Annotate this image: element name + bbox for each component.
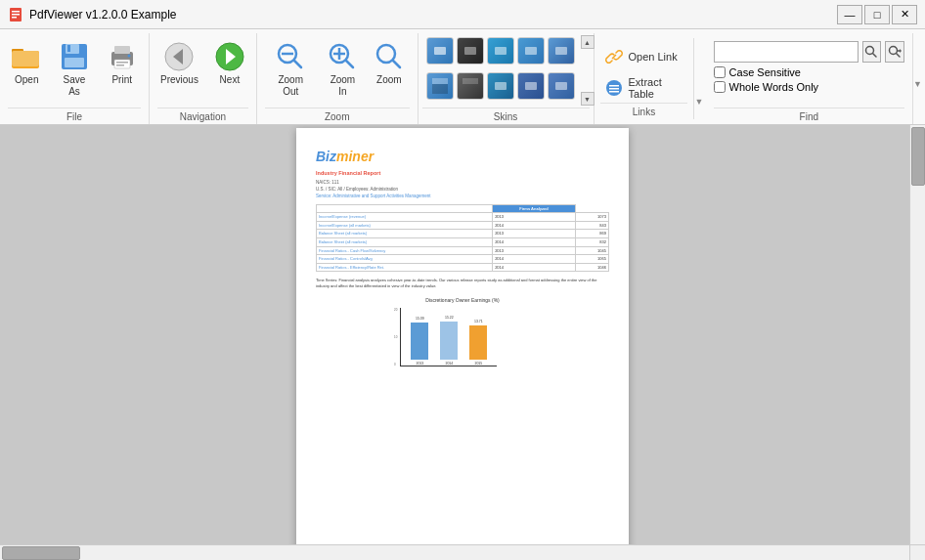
skin-5[interactable] — [548, 37, 575, 65]
whole-words-label: Whole Words Only — [729, 81, 819, 93]
ribbon: Open Save As — [0, 29, 925, 125]
table-cell: 832 — [575, 238, 608, 247]
zoom-button[interactable]: Zoom — [369, 37, 409, 90]
skin-3[interactable] — [487, 37, 514, 65]
bar-value-2013: 15.09 — [416, 317, 424, 322]
find-content: Case Sensitive Whole Words Only — [714, 33, 904, 108]
previous-button[interactable]: Previous — [154, 37, 204, 90]
svg-rect-33 — [495, 47, 507, 55]
search-button[interactable] — [862, 41, 882, 63]
open-button[interactable]: Open — [6, 37, 48, 90]
vertical-scrollbar[interactable] — [909, 125, 925, 544]
search-input[interactable] — [714, 41, 859, 63]
scrollbar-thumb[interactable] — [911, 127, 925, 186]
skin-6[interactable] — [426, 72, 454, 100]
svg-marker-52 — [900, 49, 902, 53]
table-row: Balance Sheet (all markets) 2014 832 — [317, 238, 609, 247]
save-as-button[interactable]: Save As — [51, 37, 97, 102]
save-icon — [59, 41, 90, 72]
svg-rect-46 — [609, 91, 619, 93]
find-collapse-arrow[interactable]: ▼ — [913, 79, 925, 107]
pdf-content: Bizminer Industry Financial Report NAICS… — [316, 148, 609, 367]
svg-rect-45 — [609, 88, 619, 90]
close-button[interactable]: ✕ — [892, 5, 917, 24]
y-label-0: 0 — [394, 363, 397, 366]
skin-8[interactable] — [487, 72, 514, 100]
table-cell: 2013 — [493, 230, 576, 238]
whole-words-checkbox[interactable] — [714, 81, 726, 93]
zoom-in-label: Zoom In — [327, 74, 360, 98]
svg-rect-15 — [116, 65, 124, 66]
svg-rect-12 — [114, 46, 130, 54]
minimize-button[interactable]: — — [837, 5, 862, 24]
skins-area: ▲ ▼ — [422, 33, 590, 108]
table-col-header-2: Firms Analyzed — [493, 204, 576, 213]
case-sensitive-checkbox[interactable] — [714, 66, 726, 78]
extract-table-button[interactable]: Extract Table — [600, 73, 688, 103]
zoom-icon — [374, 41, 405, 72]
horizontal-scrollbar[interactable] — [0, 544, 909, 560]
svg-line-29 — [393, 61, 400, 67]
h-scrollbar-thumb[interactable] — [2, 546, 80, 560]
svg-rect-31 — [434, 47, 446, 55]
skins-scroll-up[interactable]: ▲ — [581, 35, 595, 49]
table-cell: Financial Ratios - Efficiency/Rate Ret. — [317, 263, 493, 272]
svg-line-23 — [294, 61, 301, 67]
skin-10[interactable] — [548, 72, 575, 100]
skins-grid — [422, 33, 579, 108]
previous-label: Previous — [160, 74, 198, 86]
next-button[interactable]: Next — [208, 37, 251, 90]
skin-1[interactable] — [426, 37, 454, 65]
svg-rect-14 — [116, 62, 128, 64]
table-row: Financial Ratios - Efficiency/Rate Ret. … — [317, 263, 609, 272]
pdf-subtitle: Industry Financial Report — [316, 170, 609, 178]
pdf-link: Service: Administrative and Support Acti… — [316, 194, 609, 199]
skin-4[interactable] — [517, 37, 545, 65]
print-label: Print — [111, 74, 132, 86]
table-row: Financial Ratios - Cash Flow/Solvency 20… — [317, 246, 609, 255]
open-link-button[interactable]: Open Link — [600, 44, 688, 69]
pdf-detail-1: NAICS: 111 — [316, 180, 609, 186]
pdf-table: Firms Analyzed Income/Expense (revenue) … — [316, 204, 609, 273]
scrollbar-corner — [909, 544, 925, 560]
zoom-label: Zoom — [376, 74, 402, 86]
chart-bar-2013: 15.09 2013 — [409, 317, 430, 366]
skin-9[interactable] — [517, 72, 545, 100]
ribbon-group-navigation: Previous Next Navigation — [150, 33, 257, 124]
chart-title: Discretionary Owner Earnings (%) — [394, 297, 531, 304]
zoom-out-button[interactable]: Zoom Out — [265, 37, 317, 102]
table-cell: Balance Sheet (all markets) — [317, 238, 493, 247]
open-label: Open — [15, 74, 38, 86]
print-button[interactable]: Print — [101, 37, 143, 90]
svg-rect-2 — [12, 14, 20, 16]
window-controls: — □ ✕ — [837, 5, 917, 24]
maximize-button[interactable]: □ — [864, 5, 890, 24]
file-group-label: File — [8, 108, 141, 124]
links-buttons: Open Link Extract Table — [600, 38, 688, 103]
svg-rect-1 — [12, 11, 20, 13]
search-next-button[interactable] — [885, 41, 904, 63]
table-cell: 2014 — [493, 238, 576, 247]
open-link-label: Open Link — [629, 51, 678, 63]
bar-value-2015: 13.71 — [474, 320, 483, 324]
zoom-in-button[interactable]: Zoom In — [321, 37, 366, 102]
svg-rect-35 — [555, 47, 567, 55]
table-row: Income/Expense (revenue) 2013 1073 — [317, 213, 609, 222]
table-row: Balance Sheet (all markets) 2013 869 — [317, 230, 609, 238]
skins-scroll-down[interactable]: ▼ — [581, 92, 595, 106]
table-cell: 1065 — [575, 255, 608, 264]
skin-7[interactable] — [457, 72, 484, 100]
table-icon — [604, 78, 624, 98]
svg-rect-36 — [432, 78, 448, 84]
zoom-out-icon — [275, 41, 306, 72]
bar-label-2013: 2013 — [416, 362, 423, 366]
svg-rect-9 — [67, 45, 70, 52]
table-cell: Income/Expense (all markets) — [317, 221, 493, 230]
main-content: Bizminer Industry Financial Report NAICS… — [0, 125, 925, 560]
skin-2[interactable] — [457, 37, 484, 65]
zoom-out-label: Zoom Out — [271, 74, 311, 98]
table-cell: Financial Ratios - Controls/Avg — [317, 255, 493, 264]
ribbon-group-links: Open Link Extract Table Links — [595, 38, 695, 119]
previous-icon — [163, 41, 195, 72]
links-collapse-arrow[interactable]: ▼ — [694, 97, 705, 124]
